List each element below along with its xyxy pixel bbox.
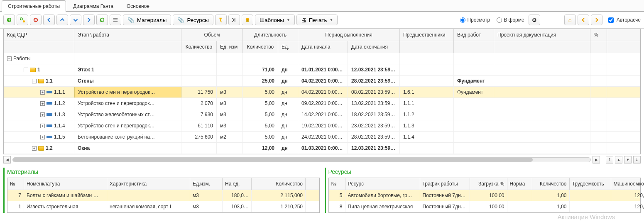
- grid-row[interactable]: −1.1 Стены 25,00 дн 04.02.2021 0:00… 28.…: [4, 76, 640, 87]
- view-preview-input[interactable]: [460, 17, 465, 23]
- scroll-right-button[interactable]: ▶: [593, 156, 600, 163]
- settings-button[interactable]: ⚙: [529, 15, 540, 25]
- m-col-qty[interactable]: Количество: [252, 178, 306, 190]
- m-col-unit[interactable]: Ед.изм.: [190, 178, 223, 190]
- resources-button[interactable]: 📎Ресурсы: [173, 15, 213, 25]
- tab-main[interactable]: Основное: [120, 0, 156, 12]
- grid-body[interactable]: − Работы −1 Этаж 1 71,00 дн 01.01.2021 0…: [4, 53, 640, 154]
- scroll-thumb[interactable]: [13, 158, 533, 162]
- r-col-no[interactable]: №: [329, 178, 345, 190]
- r-col-qty[interactable]: Количество: [532, 178, 570, 190]
- grid-row[interactable]: +1.1.5 Бетонирование конструкций на… 275…: [4, 132, 640, 143]
- m-col-no[interactable]: №: [7, 178, 24, 190]
- r-col-mach[interactable]: Машиноемкость: [611, 178, 644, 190]
- materials-title: Материалы: [7, 168, 320, 175]
- grid-row[interactable]: +1.2 Окна 12,00 дн 01.03.2021 0:00… 12.0…: [4, 143, 640, 154]
- col-date-end[interactable]: Дата окончания: [348, 41, 400, 53]
- scroll-left-button[interactable]: ◀: [3, 156, 11, 163]
- r-qty: 1,00: [532, 190, 570, 201]
- tab-gantt[interactable]: Диаграмма Ганта: [67, 0, 120, 12]
- resources-grid[interactable]: № Ресурс График работы Загрузка % Норма …: [328, 178, 641, 213]
- view-form-input[interactable]: [497, 17, 502, 23]
- col-qty[interactable]: Количество: [181, 41, 217, 53]
- grid-row[interactable]: +1.1.2 Устройство стен и перегородок… 2,…: [4, 98, 640, 109]
- horizontal-scrollbar[interactable]: [12, 157, 591, 162]
- materials-row[interactable]: 1 Известь строительная негашеная комовая…: [7, 201, 319, 212]
- m-col-char[interactable]: Характеристика: [107, 178, 190, 190]
- expand-icon[interactable]: −: [24, 68, 28, 72]
- expand-icon[interactable]: +: [40, 101, 45, 106]
- expand-icon[interactable]: +: [40, 124, 45, 128]
- col-docs[interactable]: Проектная документация: [494, 29, 590, 41]
- m-col-nom[interactable]: Номенклатура: [24, 178, 107, 190]
- resources-row[interactable]: 5 Автомобили бортовые, гр… Постоянный 7д…: [329, 190, 641, 201]
- r-col-res[interactable]: Ресурс: [345, 178, 420, 190]
- col-qty2[interactable]: Количество: [243, 41, 278, 53]
- col-predecessors[interactable]: Предшественники: [400, 29, 454, 41]
- expand-icon[interactable]: −: [32, 79, 37, 83]
- add-branch-button[interactable]: [17, 15, 28, 25]
- col-duration[interactable]: Длительность: [243, 29, 298, 41]
- col-code[interactable]: Код СДР: [4, 29, 74, 41]
- col-date-start[interactable]: Дата начала: [298, 41, 348, 53]
- templates-dropdown[interactable]: Шаблоны▼: [255, 15, 295, 25]
- expand-icon[interactable]: +: [32, 146, 37, 151]
- add-button[interactable]: [3, 15, 15, 25]
- autocalc-input[interactable]: [608, 17, 614, 23]
- r-col-sched[interactable]: График работы: [420, 178, 470, 190]
- layers-button[interactable]: [242, 15, 253, 25]
- r-col-labor[interactable]: Трудоемкость: [570, 178, 611, 190]
- scroll-top-button[interactable]: ⤒: [606, 156, 613, 163]
- scroll-up-button[interactable]: ▲: [615, 156, 622, 163]
- paint-button[interactable]: [215, 15, 227, 25]
- col-unit2[interactable]: Ед.: [278, 41, 298, 53]
- task-bar-icon: [47, 113, 52, 116]
- m-col-per[interactable]: На ед.: [223, 178, 252, 190]
- work-type-cell: [454, 120, 494, 131]
- collapse-icon[interactable]: −: [7, 56, 12, 61]
- nav-right-button[interactable]: [591, 15, 602, 25]
- col-period[interactable]: Период выполнения: [298, 29, 400, 41]
- col-stage[interactable]: Этап \ работа: [74, 29, 181, 41]
- arrow-left-button[interactable]: [43, 15, 55, 25]
- r-col-load[interactable]: Загрузка %: [470, 178, 507, 190]
- col-unit[interactable]: Ед. изм: [217, 41, 243, 53]
- arrow-up-button[interactable]: [56, 15, 68, 25]
- resources-label: Ресурсы: [187, 17, 209, 23]
- view-preview-radio[interactable]: Просмотр: [460, 17, 490, 23]
- delete-button[interactable]: [30, 15, 42, 25]
- col-percent[interactable]: %: [590, 29, 607, 41]
- expand-icon[interactable]: +: [40, 135, 45, 139]
- col-volume[interactable]: Объем: [181, 29, 243, 41]
- r-col-norm[interactable]: Норма: [507, 178, 532, 190]
- expand-icon[interactable]: +: [40, 90, 45, 95]
- materials-grid[interactable]: № Номенклатура Характеристика Ед.изм. На…: [7, 178, 320, 213]
- goto-end-button[interactable]: [228, 15, 240, 25]
- grid-row[interactable]: +1.1.1 Устройство стен и перегородок… 11…: [4, 87, 640, 98]
- materials-button[interactable]: 📎Материалы: [123, 15, 171, 25]
- svg-rect-6: [113, 21, 118, 22]
- materials-row[interactable]: 7 Болты с гайками и шайбами … м3 180,0… …: [7, 190, 319, 201]
- home-button[interactable]: ⌂: [564, 15, 576, 25]
- scroll-down-button[interactable]: ▼: [624, 156, 632, 163]
- autocalc-checkbox[interactable]: Авторасче: [607, 16, 641, 24]
- r-no: 5: [329, 190, 345, 201]
- code-cell: 1.1.2: [54, 100, 65, 106]
- nav-left-button[interactable]: [578, 15, 589, 25]
- expand-icon[interactable]: +: [40, 112, 45, 117]
- arrow-right-button[interactable]: [83, 15, 95, 25]
- print-dropdown[interactable]: 🖨Печать▼: [296, 15, 338, 25]
- grid-root-row[interactable]: − Работы: [4, 53, 640, 64]
- grid-row[interactable]: −1 Этаж 1 71,00 дн 01.01.2021 0:00… 12.0…: [4, 64, 640, 76]
- col-work-type[interactable]: Вид работ: [454, 29, 494, 41]
- view-form-radio[interactable]: В форме: [497, 17, 524, 23]
- pred-cell: 1.6.1: [400, 87, 454, 98]
- list-button[interactable]: [110, 15, 121, 25]
- refresh-button[interactable]: [96, 15, 108, 25]
- scroll-bottom-button[interactable]: ⤓: [633, 156, 641, 163]
- resources-row[interactable]: 8 Пила цепная электрическая Постоянный 7…: [329, 201, 641, 212]
- grid-row[interactable]: +1.1.3 Устройство железобетонных ст… 7,9…: [4, 109, 640, 120]
- grid-row[interactable]: +1.1.4 Устройство стен и перегородок… 61…: [4, 120, 640, 132]
- tab-works[interactable]: Строительные работы: [2, 0, 66, 12]
- arrow-down-button[interactable]: [70, 15, 81, 25]
